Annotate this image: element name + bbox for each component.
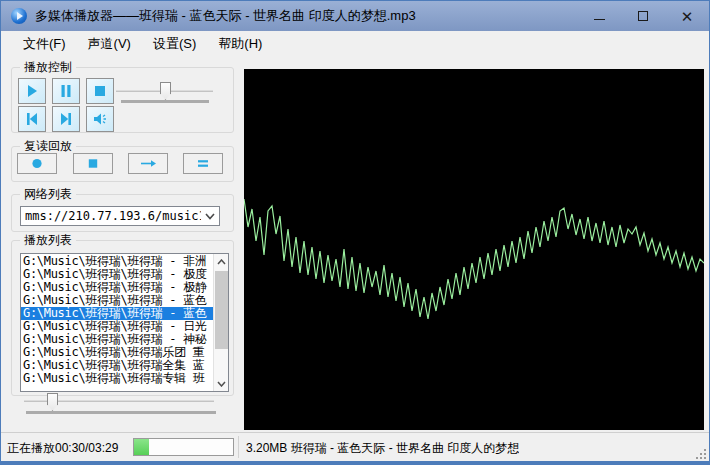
statusbar-divider <box>238 436 239 458</box>
menu-settings[interactable]: 设置(S) <box>142 32 207 56</box>
scroll-up-button[interactable] <box>214 254 229 269</box>
chevron-down-icon <box>217 381 226 387</box>
equals-icon <box>195 157 211 170</box>
playback-status-text: 正在播放00:30/03:29 <box>7 440 118 457</box>
menu-help[interactable]: 帮助(H) <box>207 32 273 56</box>
playlist-row[interactable]: G:\Music\班得瑞\班得瑞专辑 班 <box>21 372 213 385</box>
close-button[interactable]: ✕ <box>665 1 709 31</box>
playlist-row[interactable]: G:\Music\班得瑞\班得瑞 - 神秘 <box>21 333 213 346</box>
network-list-label: 网络列表 <box>20 186 76 203</box>
playlist-listbox[interactable]: G:\Music\班得瑞\班得瑞 - 非洲 G:\Music\班得瑞\班得瑞 -… <box>20 253 229 392</box>
chevron-up-icon <box>217 259 226 265</box>
previous-icon <box>24 111 40 127</box>
seek-slider-channel <box>26 411 216 414</box>
minimize-icon <box>594 19 605 20</box>
network-url-combobox[interactable]: mms://210.77.193.6/music1 <box>20 206 220 226</box>
maximize-button[interactable] <box>621 1 665 31</box>
menu-file[interactable]: 文件(F) <box>12 32 77 56</box>
record-icon <box>29 157 45 170</box>
pause-icon <box>58 83 74 99</box>
playlist-row[interactable]: G:\Music\班得瑞\班得瑞 - 日光 <box>21 320 213 333</box>
waveform-svg <box>244 69 704 430</box>
record-button[interactable] <box>17 153 57 174</box>
stop-icon <box>85 157 101 170</box>
chevron-down-icon[interactable] <box>201 207 219 225</box>
waveform-display <box>244 69 704 430</box>
playlist-row[interactable]: G:\Music\班得瑞\班得瑞 - 极静 <box>21 281 213 294</box>
mute-button[interactable] <box>86 106 114 132</box>
play-icon <box>24 83 40 99</box>
waveform-polyline <box>244 199 704 319</box>
next-icon <box>58 111 74 127</box>
playlist-label: 播放列表 <box>20 232 76 249</box>
previous-button[interactable] <box>18 106 46 132</box>
close-icon: ✕ <box>681 9 694 24</box>
scrollbar-thumb[interactable] <box>215 271 228 349</box>
playlist-row[interactable]: G:\Music\班得瑞\班得瑞全集 蓝 <box>21 359 213 372</box>
playlist-scrollbar[interactable] <box>213 254 228 391</box>
menu-channel[interactable]: 声道(V) <box>77 32 142 56</box>
playlist-row[interactable]: G:\Music\班得瑞\班得瑞 - 蓝色 <box>21 294 213 307</box>
titlebar: 多媒体播放器——班得瑞 - 蓝色天际 - 世界名曲 印度人的梦想.mp3 ✕ <box>1 1 709 31</box>
next-button[interactable] <box>52 106 80 132</box>
status-progress-fill <box>134 439 149 455</box>
scroll-down-button[interactable] <box>214 376 229 391</box>
menubar: 文件(F) 声道(V) 设置(S) 帮助(H) <box>2 31 710 57</box>
playlist-row[interactable]: G:\Music\班得瑞\班得瑞 - 蓝色 <box>21 307 213 320</box>
play-button[interactable] <box>18 78 46 104</box>
maximize-icon <box>638 11 648 21</box>
status-progress-bar <box>133 438 234 456</box>
playlist-row[interactable]: G:\Music\班得瑞\班得瑞乐团 重 <box>21 346 213 359</box>
speaker-icon <box>92 111 108 127</box>
playlist-row[interactable]: G:\Music\班得瑞\班得瑞 - 非洲 <box>21 255 213 268</box>
playback-control-label: 播放控制 <box>20 59 76 76</box>
network-url-value: mms://210.77.193.6/music1 <box>21 209 201 223</box>
repeat-stop-button[interactable] <box>73 153 113 174</box>
resize-grip-icon[interactable] <box>693 446 706 459</box>
statusbar: 正在播放00:30/03:29 3.20MB 班得瑞 - 蓝色天际 - 世界名曲… <box>1 432 709 461</box>
minimize-button[interactable] <box>577 1 621 31</box>
seek-slider-thumb[interactable] <box>47 393 58 411</box>
pause-button[interactable] <box>52 78 80 104</box>
track-info-text: 3.20MB 班得瑞 - 蓝色天际 - 世界名曲 印度人的梦想 <box>246 440 519 457</box>
stop-button[interactable] <box>86 78 114 104</box>
stop-icon <box>92 83 108 99</box>
forward-button[interactable] <box>128 153 168 174</box>
app-window: 多媒体播放器——班得瑞 - 蓝色天际 - 世界名曲 印度人的梦想.mp3 ✕ 文… <box>0 0 710 465</box>
repeat-mode-button[interactable] <box>183 153 223 174</box>
window-title: 多媒体播放器——班得瑞 - 蓝色天际 - 世界名曲 印度人的梦想.mp3 <box>35 7 416 25</box>
app-icon <box>11 8 27 24</box>
playlist-row[interactable]: G:\Music\班得瑞\班得瑞 - 极度 <box>21 268 213 281</box>
arrow-right-icon <box>139 157 157 170</box>
volume-slider-channel <box>121 100 209 103</box>
